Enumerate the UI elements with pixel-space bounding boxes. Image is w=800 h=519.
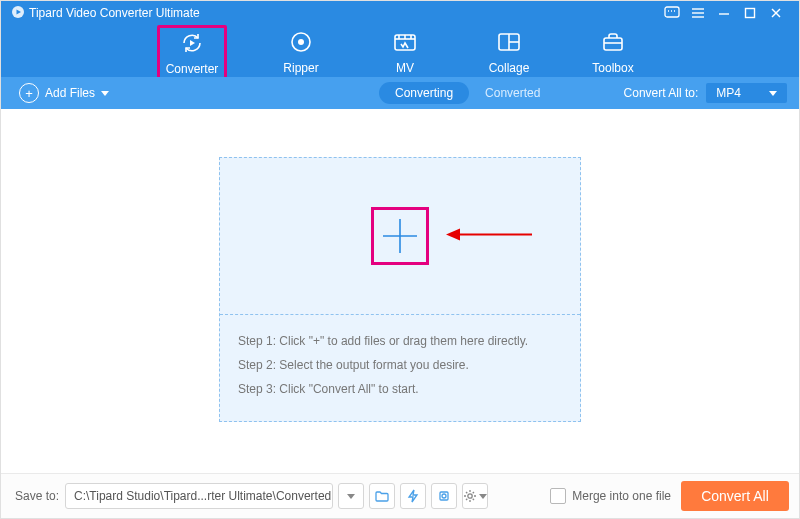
chevron-down-icon (101, 91, 109, 96)
footer: Save to: C:\Tipard Studio\Tipard...rter … (1, 473, 799, 518)
app-title: Tipard Video Converter Ultimate (29, 6, 200, 20)
nav-label: Collage (489, 61, 530, 75)
add-files-button[interactable]: + Add Files (19, 83, 109, 103)
open-folder-button[interactable] (369, 483, 395, 509)
path-dropdown-button[interactable] (338, 483, 364, 509)
nav-label: Toolbox (592, 61, 633, 75)
maximize-button[interactable] (737, 1, 763, 25)
add-files-label: Add Files (45, 86, 95, 100)
svg-rect-2 (665, 7, 679, 17)
step-text: Step 2: Select the output format you des… (238, 353, 562, 377)
header: Tipard Video Converter Ultimate Converte… (1, 1, 799, 77)
toolbox-icon (601, 31, 625, 56)
step-text: Step 1: Click "+" to add files or drag t… (238, 329, 562, 353)
plus-circle-icon: + (19, 83, 39, 103)
converter-icon (179, 30, 205, 59)
step-text: Step 3: Click "Convert All" to start. (238, 377, 562, 401)
output-format-select[interactable]: MP4 (706, 83, 787, 103)
svg-marker-25 (446, 229, 460, 241)
svg-marker-26 (409, 490, 417, 502)
tab-converted[interactable]: Converted (469, 82, 556, 104)
checkbox-box (550, 488, 566, 504)
nav-mv[interactable]: MV (375, 29, 435, 75)
nav-label: Ripper (283, 61, 318, 75)
chevron-down-icon (769, 91, 777, 96)
mv-icon (393, 31, 417, 56)
chevron-down-icon (479, 494, 487, 499)
chevron-down-icon (347, 494, 355, 499)
convert-all-to-label: Convert All to: (624, 86, 699, 100)
dropzone[interactable]: Step 1: Click "+" to add files or drag t… (219, 157, 581, 422)
collage-icon (497, 31, 521, 56)
close-button[interactable] (763, 1, 789, 25)
svg-rect-20 (604, 38, 622, 50)
state-tabs: Converting Converted (379, 82, 556, 104)
menu-icon[interactable] (685, 1, 711, 25)
save-to-label: Save to: (15, 489, 59, 503)
svg-point-28 (442, 494, 446, 498)
nav-label: MV (396, 61, 414, 75)
main-nav: Converter Ripper MV Collage Toolbox (1, 25, 799, 83)
nav-collage[interactable]: Collage (479, 29, 539, 75)
app-logo-icon (11, 5, 25, 22)
merge-label: Merge into one file (572, 489, 671, 503)
nav-toolbox[interactable]: Toolbox (583, 29, 643, 75)
nav-label: Converter (166, 62, 219, 76)
feedback-icon[interactable] (659, 1, 685, 25)
annotation-arrow-icon (446, 227, 532, 246)
tab-converting[interactable]: Converting (379, 82, 469, 104)
minimize-button[interactable] (711, 1, 737, 25)
settings-button[interactable] (462, 483, 488, 509)
nav-ripper[interactable]: Ripper (271, 29, 331, 75)
svg-point-29 (468, 494, 472, 498)
svg-point-15 (298, 39, 304, 45)
gpu-accel-button[interactable] (431, 483, 457, 509)
dropzone-top (220, 158, 580, 314)
svg-marker-13 (190, 40, 195, 46)
toolbar: + Add Files Converting Converted Convert… (1, 77, 799, 109)
add-file-plus-button[interactable] (371, 207, 429, 265)
svg-rect-27 (440, 492, 448, 500)
save-path-field[interactable]: C:\Tipard Studio\Tipard...rter Ultimate\… (65, 483, 333, 509)
convert-all-to: Convert All to: MP4 (624, 83, 787, 103)
high-speed-button[interactable] (400, 483, 426, 509)
nav-converter[interactable]: Converter (157, 25, 227, 83)
output-format-value: MP4 (716, 86, 741, 100)
svg-rect-10 (746, 9, 755, 18)
titlebar: Tipard Video Converter Ultimate (1, 1, 799, 25)
ripper-icon (289, 30, 313, 57)
steps-panel: Step 1: Click "+" to add files or drag t… (220, 315, 580, 421)
content-area: Step 1: Click "+" to add files or drag t… (1, 109, 799, 473)
app-window: Tipard Video Converter Ultimate Converte… (0, 0, 800, 519)
merge-checkbox[interactable]: Merge into one file (550, 488, 671, 504)
convert-all-button[interactable]: Convert All (681, 481, 789, 511)
